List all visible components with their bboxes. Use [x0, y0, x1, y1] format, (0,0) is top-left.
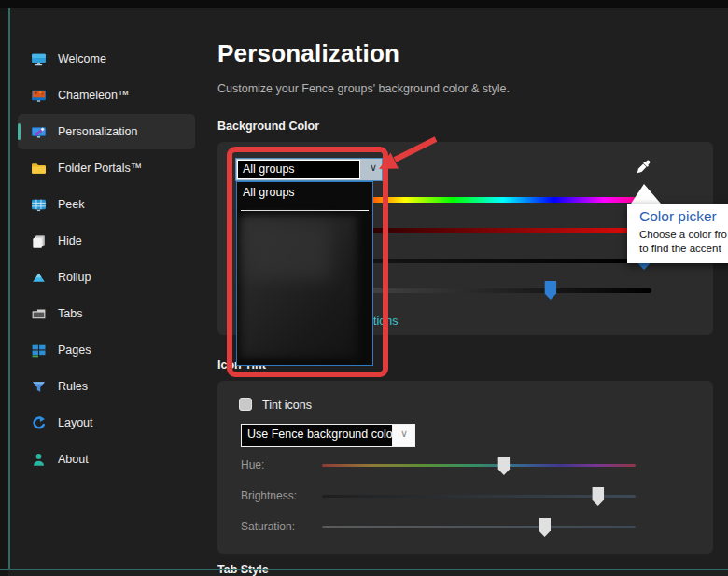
section-divider-line: [0, 569, 728, 570]
page-title: Personalization: [217, 39, 399, 68]
tint-icons-checkbox[interactable]: [239, 398, 252, 411]
group-select-combo[interactable]: All groups ∨: [235, 158, 383, 181]
chevron-down-icon: ∨: [400, 428, 408, 440]
tooltip-title: Color picker: [639, 208, 728, 225]
sidebar-item-hide[interactable]: Hide: [18, 223, 195, 259]
sidebar-item-label: Layout: [58, 416, 93, 429]
tooltip-callout-arrow: [631, 184, 661, 204]
window-tab-icon: [31, 306, 47, 322]
sidebar-item-label: Tabs: [58, 307, 82, 320]
brightness-slider-label: Brightness:: [241, 489, 297, 502]
group-select-value: All groups: [237, 160, 360, 179]
saturation-slider-label: Saturation:: [241, 520, 295, 533]
sidebar-item-chameleon[interactable]: Chameleon™: [18, 77, 195, 113]
sidebar-item-personalization[interactable]: Personalization: [18, 114, 195, 149]
combo-chevron-zone[interactable]: ∨: [392, 425, 414, 446]
funnel-icon: [31, 379, 47, 395]
chameleon-screen-icon: [31, 88, 47, 104]
hue-slider-label: Hue:: [241, 458, 264, 471]
sidebar-item-layout[interactable]: Layout: [18, 405, 195, 441]
monitor-paint-icon: [31, 124, 47, 140]
sidebar-item-label: Folder Portals™: [58, 162, 142, 175]
selected-accent-bar: [18, 123, 21, 140]
sidebar-item-rules[interactable]: Rules: [18, 369, 195, 404]
tooltip-line1: Choose a color fro: [639, 228, 728, 242]
sidebar-item-pages[interactable]: Pages: [18, 332, 195, 368]
tint-brightness-slider[interactable]: [322, 495, 636, 498]
color-picker-tooltip: Color picker Choose a color fro to find …: [627, 204, 728, 263]
page-subtitle: Customize your Fence groups' background …: [217, 82, 510, 95]
sidebar-item-label: Peek: [58, 198, 85, 211]
stacked-pages-icon: [31, 233, 47, 249]
grid-squares-icon: [31, 343, 47, 358]
eyedropper-icon[interactable]: [632, 156, 654, 178]
sidebar-item-label: Personalization: [58, 125, 137, 138]
person-icon: [31, 452, 47, 468]
sidebar-item-peek[interactable]: Peek: [18, 187, 195, 222]
group-select-dropdown-panel: All groups: [236, 181, 373, 366]
hue-gradient-slider[interactable]: [355, 197, 651, 203]
sidebar-item-label: Chameleon™: [58, 89, 129, 102]
triangle-up-icon: [31, 270, 47, 286]
sidebar-item-rollup[interactable]: Rollup: [18, 260, 195, 295]
tint-mode-value: Use Fence background color: [247, 428, 397, 441]
tooltip-line2: to find the accent: [639, 242, 728, 256]
sidebar-item-label: Pages: [58, 344, 91, 357]
chevron-down-icon[interactable]: ∨: [370, 162, 377, 174]
window-left-edge: [0, 8, 8, 576]
sidebar-item-label: Welcome: [58, 52, 106, 65]
saturation-gradient-slider[interactable]: [355, 228, 651, 233]
sidebar-item-folder-portals[interactable]: Folder Portals™: [18, 150, 195, 186]
window-accent-border: [8, 8, 10, 569]
brightness-slider[interactable]: [355, 259, 644, 263]
sidebar-item-label: Rollup: [58, 271, 91, 284]
undo-arrow-icon: [31, 415, 47, 431]
sidebar-item-label: Hide: [58, 234, 82, 247]
advanced-options-link-fragment[interactable]: tions: [373, 315, 398, 328]
sidebar-item-label: Rules: [58, 380, 88, 393]
monitor-grid-icon: [31, 197, 47, 213]
redacted-group-preview-highlight: [246, 223, 330, 279]
background-color-section-label: Background Color: [217, 119, 319, 133]
monitor-icon: [31, 51, 47, 67]
sidebar-item-label: About: [58, 453, 89, 466]
tint-mode-combo[interactable]: Use Fence background color ∨: [241, 424, 415, 447]
tint-saturation-slider[interactable]: [322, 526, 636, 528]
dropdown-item-all-groups[interactable]: All groups: [243, 186, 295, 199]
sidebar-item-about[interactable]: About: [18, 442, 195, 477]
sidebar-item-tabs[interactable]: Tabs: [18, 296, 195, 331]
transparency-slider[interactable]: [355, 288, 651, 293]
sidebar-item-welcome[interactable]: Welcome: [18, 41, 195, 77]
dropdown-separator: [241, 210, 369, 211]
window-top-edge: [0, 0, 728, 8]
tint-icons-label: Tint icons: [262, 399, 312, 412]
tint-hue-slider[interactable]: [322, 464, 636, 467]
folder-icon: [31, 161, 47, 176]
